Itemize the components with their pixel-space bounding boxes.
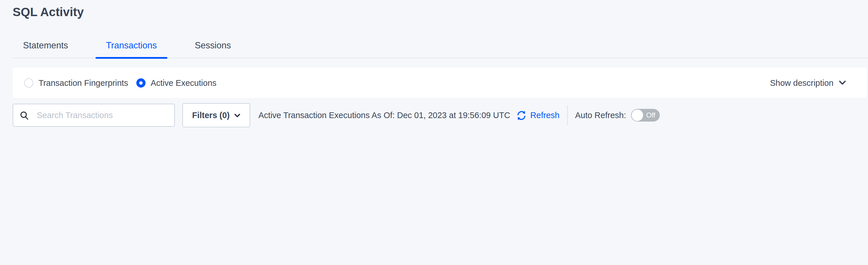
filters-label: Filters (0)	[192, 111, 230, 120]
tab-sessions[interactable]: Sessions	[184, 40, 241, 58]
vertical-divider	[567, 105, 567, 125]
radio-transaction-fingerprints-label: Transaction Fingerprints	[38, 78, 128, 87]
chevron-down-icon	[839, 79, 846, 86]
refresh-label: Refresh	[530, 111, 560, 120]
toggle-state-label: Off	[646, 111, 655, 119]
as-of-timestamp: Active Transaction Executions As Of: Dec…	[258, 111, 510, 120]
search-icon	[20, 111, 29, 120]
controls-row: Filters (0) Active Transaction Execution…	[13, 104, 867, 127]
filters-button[interactable]: Filters (0)	[182, 103, 250, 127]
auto-refresh-label: Auto Refresh:	[575, 111, 626, 120]
search-box[interactable]	[13, 104, 175, 127]
auto-refresh-toggle[interactable]: Off	[631, 109, 660, 122]
chevron-down-icon	[235, 112, 241, 118]
search-input[interactable]	[36, 110, 167, 121]
refresh-button[interactable]: Refresh	[516, 110, 560, 121]
tab-transactions[interactable]: Transactions	[96, 40, 167, 58]
radio-active-executions[interactable]: Active Executions	[136, 78, 217, 87]
tab-statements[interactable]: Statements	[13, 40, 79, 58]
sql-activity-page: SQL Activity Statements Transactions Ses…	[0, 0, 868, 132]
radio-unselected-icon[interactable]	[24, 78, 33, 87]
radio-active-executions-label: Active Executions	[151, 78, 217, 87]
show-description-label: Show description	[770, 78, 834, 87]
show-description-button[interactable]: Show description	[770, 78, 846, 87]
page-title: SQL Activity	[13, 5, 868, 20]
refresh-icon	[516, 110, 527, 121]
view-mode-card: Transaction Fingerprints Active Executio…	[13, 68, 867, 98]
radio-transaction-fingerprints[interactable]: Transaction Fingerprints	[24, 78, 128, 87]
radio-selected-icon[interactable]	[136, 78, 146, 87]
toggle-knob	[632, 109, 643, 121]
tab-bar: Statements Transactions Sessions	[13, 40, 868, 58]
